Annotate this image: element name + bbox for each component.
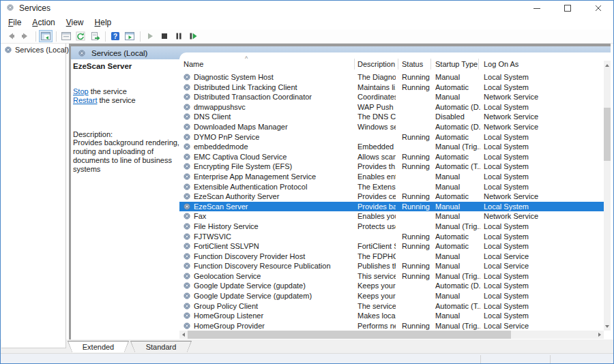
status-bar — [1, 353, 613, 364]
cell-name: Group Policy Client — [194, 302, 352, 310]
minimize-button[interactable] — [521, 1, 552, 16]
help-button[interactable]: ? — [108, 30, 122, 42]
start-service-button[interactable] — [143, 30, 157, 42]
horizontal-scrollbar[interactable] — [179, 331, 604, 339]
table-row[interactable]: embeddedmodeEmbedded ...Manual (Trig...L… — [179, 142, 604, 152]
table-row[interactable]: Extensible Authentication ProtocolThe Ex… — [179, 182, 604, 192]
table-row[interactable]: File History ServiceProtects use...Manua… — [179, 222, 604, 232]
cell-logon: Network Service — [484, 192, 586, 200]
table-row[interactable]: Downloaded Maps ManagerWindows se...Auto… — [179, 122, 604, 132]
cell-logon: Local System — [484, 202, 586, 211]
scroll-right-icon[interactable] — [596, 331, 604, 339]
stop-service-button[interactable] — [158, 30, 171, 42]
cell-logon: Network Service — [484, 93, 586, 101]
menu-help[interactable]: Help — [89, 16, 117, 29]
pause-service-button[interactable] — [172, 30, 186, 42]
menu-bar: FileActionViewHelp — [1, 16, 613, 29]
menu-action[interactable]: Action — [27, 16, 60, 29]
table-row[interactable]: EMC Captiva Cloud ServiceAllows scan...R… — [179, 152, 604, 162]
table-row[interactable]: EzeScan Authority ServerProvides ce...Ru… — [179, 192, 604, 202]
table-row[interactable]: DNS ClientThe DNS Cli...DisabledNetwork … — [179, 112, 604, 122]
services-app-icon — [6, 3, 15, 12]
service-gear-icon — [183, 142, 191, 151]
cell-description: Embedded ... — [357, 142, 396, 151]
restart-service-button[interactable] — [186, 30, 200, 42]
toolbar-separator — [35, 31, 36, 42]
vertical-scroll-thumb[interactable] — [604, 108, 611, 161]
table-row[interactable]: FaxEnables you...ManualNetwork Service — [179, 211, 604, 222]
cell-startup: Automatic (D... — [435, 282, 480, 290]
cell-logon: Local System — [484, 162, 586, 170]
service-list-panel: ^ NameDescriptionStatusStartup TypeLog O… — [179, 52, 611, 339]
show-action-pane-button[interactable] — [123, 30, 136, 42]
table-row[interactable]: Enterprise App Management ServiceEnables… — [179, 172, 604, 182]
service-description: Provides background rendering, routing a… — [73, 138, 184, 174]
export-list-button[interactable] — [88, 30, 102, 42]
table-row-selected[interactable]: EzeScan ServerProvides ba...RunningManua… — [179, 202, 604, 212]
stop-service-link[interactable]: Stop — [73, 87, 89, 95]
table-row[interactable]: Diagnostic System HostThe Diagno...Runni… — [179, 72, 604, 82]
vertical-scrollbar[interactable] — [604, 61, 611, 331]
table-row[interactable]: Geolocation ServiceThis service ...Runni… — [179, 271, 604, 282]
cell-startup: Manual — [435, 262, 480, 270]
table-row[interactable]: HomeGroup ListenerMakes local...ManualLo… — [179, 311, 604, 321]
back-icon — [5, 31, 16, 42]
show-console-tree-button[interactable] — [39, 30, 53, 42]
cell-logon: Local System — [484, 292, 586, 300]
table-row[interactable]: Encrypting File System (EFS)Provides th.… — [179, 162, 604, 172]
column-header-startup-type[interactable]: Startup Type — [435, 60, 478, 68]
table-row[interactable]: DYMO PnP ServiceRunningAutomaticLocal Sy… — [179, 132, 604, 142]
cell-logon: Local System — [484, 232, 586, 241]
back-button[interactable] — [4, 30, 18, 42]
table-row[interactable]: HomeGroup ProviderPerforms ne...RunningM… — [179, 321, 604, 331]
cell-logon: Local System — [484, 183, 586, 191]
tab-standard[interactable]: Standard — [130, 341, 192, 352]
toolbar-separator — [105, 31, 106, 42]
cell-startup: Automatic — [435, 153, 480, 161]
menu-file[interactable]: File — [3, 16, 27, 29]
service-gear-icon — [183, 322, 191, 330]
scroll-down-icon[interactable] — [604, 322, 611, 331]
cell-logon: Local System — [484, 83, 586, 91]
table-row[interactable]: Distributed Transaction CoordinatorCoord… — [179, 92, 604, 102]
table-row[interactable]: Distributed Link Tracking ClientMaintain… — [179, 82, 604, 93]
cell-description: This service ... — [357, 272, 396, 280]
column-header-name[interactable]: Name — [184, 60, 203, 68]
properties-button[interactable] — [59, 30, 73, 42]
close-button[interactable] — [583, 1, 613, 16]
cell-description: Allows scan... — [357, 153, 396, 161]
menu-view[interactable]: View — [61, 16, 89, 29]
cell-startup: Automatic — [435, 83, 480, 91]
forward-button[interactable] — [18, 30, 32, 42]
refresh-button[interactable] — [74, 30, 87, 42]
cell-name: Google Update Service (gupdate) — [194, 282, 352, 290]
scroll-left-icon[interactable] — [179, 331, 188, 339]
service-gear-icon — [183, 272, 191, 280]
table-row[interactable]: Google Update Service (gupdate)Keeps you… — [179, 281, 604, 291]
cell-status: Running — [402, 192, 432, 200]
cell-description: Enables ent... — [357, 172, 396, 181]
cell-logon: Local System — [484, 172, 586, 181]
horizontal-scroll-thumb[interactable] — [188, 331, 511, 339]
service-gear-icon — [183, 112, 191, 121]
tab-extended[interactable]: Extended — [68, 341, 129, 352]
cell-name: File History Service — [194, 222, 352, 230]
table-row[interactable]: Function Discovery Resource PublicationP… — [179, 261, 604, 271]
column-header-log-on-as[interactable]: Log On As — [484, 60, 518, 68]
table-row[interactable]: FJTWSVICRunningAutomaticLocal System — [179, 232, 604, 242]
table-row[interactable]: Google Update Service (gupdatem)Keeps yo… — [179, 291, 604, 301]
maximize-button[interactable] — [552, 1, 583, 16]
cell-name: DNS Client — [194, 112, 352, 121]
tree-item-services-local[interactable]: Services (Local) — [1, 44, 65, 55]
table-row[interactable]: dmwappushsvcWAP Push ...Automatic (D...L… — [179, 102, 604, 112]
scroll-up-icon[interactable] — [604, 61, 611, 70]
window-play-icon — [124, 31, 135, 42]
column-header-description[interactable]: Description — [357, 60, 395, 68]
column-header-status[interactable]: Status — [402, 60, 423, 68]
table-row[interactable]: Group Policy ClientThe service ...Automa… — [179, 301, 604, 312]
table-row[interactable]: Function Discovery Provider HostThe FDPH… — [179, 252, 604, 262]
title-bar[interactable]: Services — [1, 1, 613, 16]
restart-service-link[interactable]: Restart — [73, 96, 97, 104]
table-row[interactable]: FortiClient SSLVPNFortiClient S...Runnin… — [179, 241, 604, 252]
service-gear-icon — [183, 123, 191, 131]
